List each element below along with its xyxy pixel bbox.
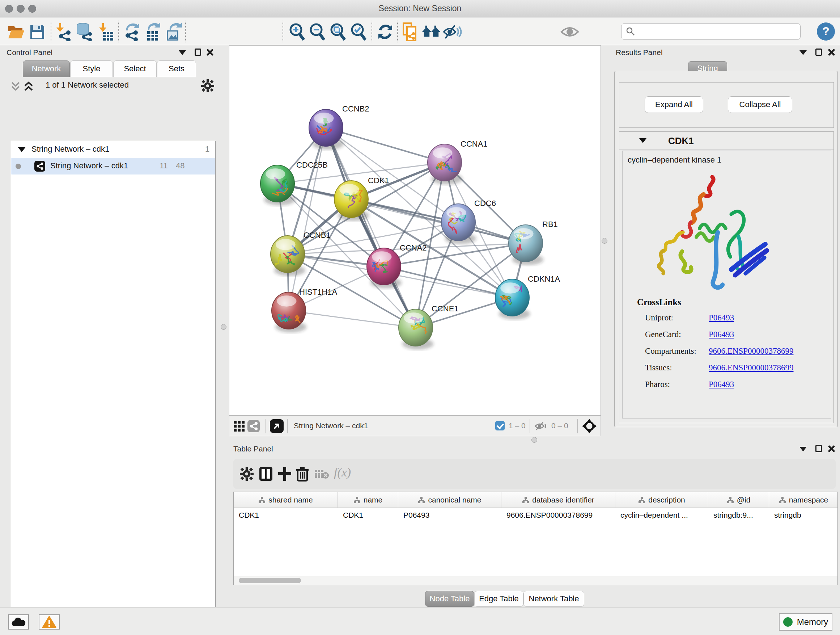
import-table-file-icon[interactable]	[95, 22, 115, 42]
tab-sets[interactable]: Sets	[157, 60, 196, 77]
network-node-HIST1H1A[interactable]	[272, 292, 306, 333]
right-splitter-handle[interactable]	[602, 238, 607, 244]
delete-column-trash-icon[interactable]	[295, 466, 309, 481]
tab-edge-table[interactable]: Edge Table	[474, 591, 523, 607]
memory-button[interactable]: Memory	[779, 613, 832, 631]
network-edges	[278, 128, 526, 328]
gene-symbol: CDK1	[668, 135, 694, 147]
export-image-icon[interactable]	[164, 22, 184, 42]
tree-expander-icon[interactable]	[18, 147, 26, 152]
close-panel-icon[interactable]	[828, 445, 835, 452]
tab-select[interactable]: Select	[113, 60, 156, 77]
cloud-status-button[interactable]	[8, 614, 29, 630]
table-cell[interactable]: CDK1	[338, 508, 398, 524]
undock-panel-icon[interactable]	[815, 49, 822, 56]
left-splitter-handle[interactable]	[221, 324, 226, 330]
help-button[interactable]: ?	[817, 22, 835, 41]
fit-selected-crosshair-icon[interactable]	[582, 419, 597, 433]
export-table-icon[interactable]	[144, 22, 164, 42]
network-node-CCNA1[interactable]	[428, 144, 462, 184]
tab-style[interactable]: Style	[70, 60, 113, 77]
network-node-CDC6[interactable]	[441, 204, 476, 244]
import-network-database-icon[interactable]	[74, 22, 94, 42]
horizontal-splitter-handle[interactable]	[531, 437, 537, 443]
zoom-selected-icon[interactable]	[349, 22, 369, 42]
crosslink-link[interactable]: 9606.ENSP00000378699	[709, 347, 794, 356]
crosslink-link[interactable]: P06493	[709, 380, 734, 389]
float-panel-icon[interactable]	[179, 50, 186, 55]
undock-panel-icon[interactable]	[195, 49, 201, 56]
column-header-canonical-name[interactable]: canonical name	[398, 492, 501, 508]
open-session-icon[interactable]	[6, 22, 26, 42]
crosslink-link[interactable]: 9606.ENSP00000378699	[709, 363, 794, 372]
close-panel-icon[interactable]	[828, 49, 835, 56]
network-node-CCNB1[interactable]	[271, 236, 305, 276]
column-header-name[interactable]: name	[338, 492, 398, 508]
table-cell[interactable]: P06493	[398, 508, 501, 524]
network-node-CDKN1A[interactable]	[495, 279, 530, 319]
zoom-out-icon[interactable]	[308, 22, 327, 42]
collapse-all-button[interactable]: Collapse All	[728, 96, 792, 113]
column-header-namespace[interactable]: namespace	[769, 492, 838, 508]
column-header--id[interactable]: @id	[708, 492, 769, 508]
copy-style-icon[interactable]	[401, 22, 420, 42]
show-hide-graphics-icon[interactable]	[442, 22, 462, 42]
selected-nodes-checkbox[interactable]	[495, 421, 505, 431]
refresh-view-icon[interactable]	[376, 22, 395, 42]
table-horizontal-scrollbar[interactable]	[234, 576, 837, 585]
table-cell[interactable]: 9606.ENSP00000378699	[501, 508, 615, 524]
network-tree-row[interactable]: String Network – cdk1 11 48	[11, 158, 215, 174]
collapse-all-icon[interactable]	[11, 81, 20, 92]
table-cell[interactable]: stringdb	[769, 508, 838, 524]
search-input[interactable]	[621, 23, 801, 40]
network-node-RB1[interactable]	[508, 225, 543, 265]
gene-entry-header[interactable]: CDK1	[619, 132, 834, 150]
home-networks-icon[interactable]	[422, 22, 441, 42]
tab-network[interactable]: Network	[23, 60, 70, 77]
expand-all-icon[interactable]	[24, 81, 33, 92]
float-panel-icon[interactable]	[799, 50, 807, 55]
network-edge-count: 48	[176, 161, 185, 171]
collapse-entry-icon[interactable]	[639, 138, 646, 143]
expand-all-button[interactable]: Expand All	[645, 96, 703, 113]
node-table[interactable]: shared namenamecanonical namedatabase id…	[233, 492, 838, 585]
export-network-icon[interactable]	[122, 22, 142, 42]
birds-eye-view-icon[interactable]	[270, 419, 284, 433]
network-canvas[interactable]: CCNB2CCNA1CDC25BCDK1CDC6RB1CCNB1CCNA2CDK…	[229, 45, 601, 416]
footer-separator	[287, 419, 287, 433]
column-header-database-identifier[interactable]: database identifier	[501, 492, 615, 508]
network-node-CCNA2[interactable]	[367, 248, 401, 288]
float-panel-icon[interactable]	[799, 447, 807, 451]
table-cell[interactable]: cyclin–dependent ...	[615, 508, 708, 524]
select-columns-icon[interactable]	[259, 466, 273, 481]
crosslink-link[interactable]: P06493	[709, 330, 734, 339]
table-row[interactable]: CDK1CDK1P064939606.ENSP00000378699cyclin…	[234, 508, 838, 524]
network-node-CDC25B[interactable]	[261, 165, 295, 205]
network-view-icon[interactable]	[248, 420, 260, 432]
close-panel-icon[interactable]	[206, 49, 213, 56]
node-label: CCNA2	[400, 243, 427, 252]
table-cell[interactable]: stringdb:9...	[708, 508, 769, 524]
gear-icon[interactable]	[201, 79, 214, 92]
import-network-file-icon[interactable]	[53, 22, 73, 42]
undock-panel-icon[interactable]	[815, 445, 822, 452]
network-node-CCNB2[interactable]	[309, 109, 344, 149]
zoom-in-icon[interactable]	[287, 22, 307, 42]
network-node-CCNE1[interactable]	[399, 309, 433, 349]
grid-view-icon[interactable]	[234, 421, 245, 432]
tab-network-table[interactable]: Network Table	[523, 591, 584, 607]
save-session-icon[interactable]	[27, 22, 47, 42]
column-type-icon	[522, 496, 529, 504]
column-header-description[interactable]: description	[615, 492, 708, 508]
add-column-icon[interactable]	[278, 466, 292, 481]
column-header-shared-name[interactable]: shared name	[234, 492, 338, 508]
gear-icon[interactable]	[240, 467, 254, 481]
scrollbar-thumb[interactable]	[239, 578, 301, 583]
crosslink-link[interactable]: P06493	[709, 313, 734, 323]
table-cell[interactable]: CDK1	[234, 508, 338, 524]
tab-node-table[interactable]: Node Table	[425, 591, 474, 607]
warning-status-button[interactable]	[39, 614, 60, 630]
network-node-CDK1[interactable]	[334, 181, 369, 221]
zoom-fit-icon[interactable]	[328, 22, 348, 42]
network-tree-root-row[interactable]: String Network – cdk1 1	[11, 141, 215, 158]
